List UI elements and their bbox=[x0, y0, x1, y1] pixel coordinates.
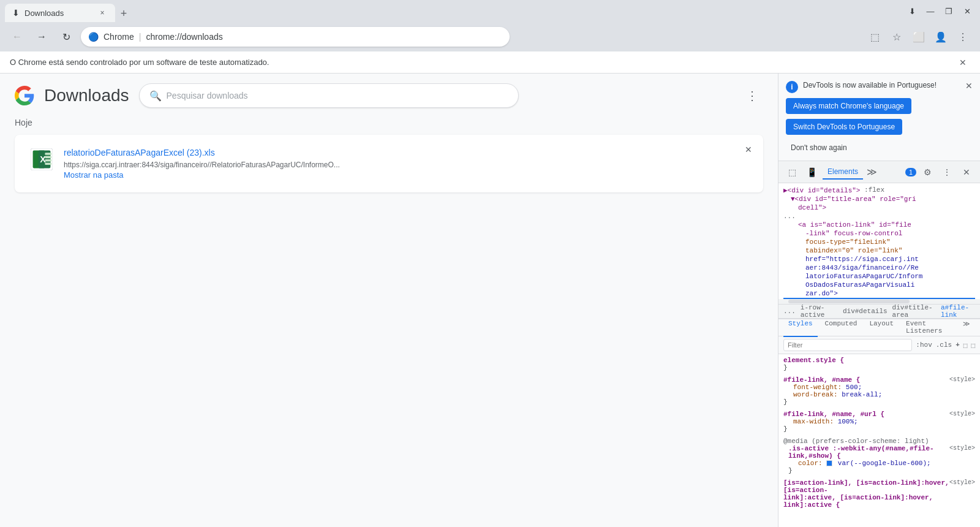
html-line[interactable]: ▼<div id="title-area" role="gri bbox=[783, 195, 975, 203]
css-rule: [is=action-link], [is=action-link]:hover… bbox=[783, 479, 975, 509]
css-selector: [is=action-link], [is=action-link]:hover… bbox=[783, 479, 949, 494]
dont-show-again-button[interactable]: Don't show again bbox=[786, 140, 852, 156]
devtools-elements-panel: ▶<div id="details"> :flex ▼<div id="titl… bbox=[778, 183, 980, 527]
html-line[interactable]: OsDadosFaturasAPagarVisuali bbox=[783, 281, 975, 289]
switch-to-portuguese-button[interactable]: Switch DevTools to Portuguese bbox=[786, 119, 902, 135]
download-filename-link[interactable]: relatorioDeFaturasAPagarExcel (23).xls bbox=[64, 148, 215, 157]
css-rule: #file-link, #name, #url { <style> max-wi… bbox=[783, 411, 975, 433]
html-line[interactable]: tabindex="0" role="link" bbox=[783, 246, 975, 255]
html-line[interactable]: ▶<div id="details"> :flex bbox=[783, 186, 975, 195]
file-icon-container: X bbox=[29, 147, 54, 172]
active-tab[interactable]: ⬇ Downloads × bbox=[5, 4, 115, 22]
css-source[interactable]: <style> bbox=[949, 445, 975, 452]
breadcrumb-item[interactable]: i-row-active bbox=[801, 304, 838, 319]
page-title: Downloads bbox=[44, 86, 129, 105]
breadcrumb-item[interactable]: div#details bbox=[843, 308, 888, 315]
devtools-html-content[interactable]: ▶<div id="details"> :flex ▼<div id="titl… bbox=[778, 183, 980, 299]
css-selector: .is-active :-webkit-any(#name,#file- bbox=[788, 445, 934, 452]
forward-button[interactable]: → bbox=[32, 27, 51, 47]
devtools-tabs: Elements ≫ bbox=[823, 164, 903, 180]
css-source[interactable]: <style> bbox=[949, 376, 975, 384]
html-line[interactable]: ... bbox=[783, 212, 975, 221]
devtools-settings-button[interactable]: ⚙ bbox=[919, 164, 936, 181]
close-button[interactable]: ✕ bbox=[959, 3, 975, 19]
styles-tabs: Styles Computed Layout Event Listeners ≫ bbox=[783, 319, 975, 337]
devtools-notification-text: DevTools is now available in Portuguese! bbox=[803, 81, 960, 89]
devtools-badge: 1 bbox=[905, 168, 916, 176]
address-separator: | bbox=[139, 32, 141, 42]
breadcrumb-item[interactable]: ... bbox=[783, 308, 796, 315]
html-line[interactable]: <a is="action-link" id="file bbox=[783, 221, 975, 229]
hov-filter-btn[interactable]: :hov bbox=[916, 341, 932, 349]
new-tab-button[interactable]: + bbox=[115, 5, 132, 22]
tab-close-button[interactable]: × bbox=[97, 7, 108, 18]
html-line[interactable]: latorioFaturasAPagarUC/Inform bbox=[783, 272, 975, 281]
tab-styles[interactable]: Styles bbox=[783, 319, 818, 337]
html-line[interactable]: zar.do"> bbox=[783, 289, 975, 298]
tab-more-styles[interactable]: ≫ bbox=[958, 319, 975, 337]
cast-button[interactable]: ⬚ bbox=[865, 27, 884, 47]
maximize-button[interactable]: ❐ bbox=[941, 3, 957, 19]
search-input[interactable] bbox=[167, 91, 508, 100]
devtools-styles-panel: Styles Computed Layout Event Listeners ≫… bbox=[778, 319, 980, 527]
devtools-horizontal-scrollbar[interactable] bbox=[778, 299, 980, 304]
svg-rect-5 bbox=[45, 156, 51, 159]
css-source[interactable]: <style> bbox=[949, 479, 975, 494]
scrollbar-thumb[interactable] bbox=[788, 300, 909, 303]
split-screen-button[interactable]: ⬜ bbox=[909, 27, 929, 47]
excel-icon: X bbox=[31, 148, 53, 170]
profile-button[interactable]: 👤 bbox=[931, 27, 951, 47]
devtools-info-icon: i bbox=[786, 81, 798, 93]
devtools-more-button[interactable]: ⋮ bbox=[938, 164, 956, 181]
element-style-btn[interactable]: ⬚ bbox=[971, 341, 975, 349]
tab-layout[interactable]: Layout bbox=[864, 319, 899, 337]
site-security-icon: 🔵 bbox=[88, 32, 99, 42]
html-line[interactable]: dcell"> bbox=[783, 203, 975, 212]
css-media-query: @media (prefers-color-scheme: light) bbox=[783, 438, 929, 445]
devtools-toolbar: ⬚ 📱 Elements ≫ 1 ⚙ ⋮ ✕ bbox=[778, 161, 980, 183]
window-list-button[interactable]: ⬇ bbox=[904, 3, 920, 19]
devtools-notification-close[interactable]: ✕ bbox=[965, 81, 973, 91]
styles-filter-input[interactable] bbox=[783, 339, 912, 351]
address-bar[interactable]: 🔵 Chrome | chrome://downloads bbox=[81, 27, 510, 47]
chrome-label: Chrome bbox=[104, 32, 134, 42]
css-selector: link]:active, [is=action-link]:hover, bbox=[783, 494, 933, 501]
minimize-button[interactable]: — bbox=[922, 3, 938, 19]
color-swatch[interactable] bbox=[826, 460, 832, 466]
search-icon: 🔍 bbox=[149, 90, 162, 102]
download-details: relatorioDeFaturasAPagarExcel (23).xls h… bbox=[64, 147, 748, 180]
bookmark-button[interactable]: ☆ bbox=[887, 27, 907, 47]
html-line[interactable]: href="https://siga.ccarj.int bbox=[783, 255, 975, 264]
css-rule: @media (prefers-color-scheme: light) .is… bbox=[783, 438, 975, 474]
tab-elements[interactable]: Elements bbox=[823, 165, 863, 180]
css-property: font-weight: 500; bbox=[783, 384, 975, 391]
devtools-close-button[interactable]: ✕ bbox=[958, 164, 975, 181]
html-line[interactable]: aer:8443/siga/financeiro//Re bbox=[783, 264, 975, 272]
always-match-language-button[interactable]: Always match Chrome's language bbox=[786, 98, 911, 114]
breadcrumb-item[interactable]: div#title-area bbox=[892, 304, 936, 319]
extension-button[interactable]: ⋮ bbox=[953, 27, 973, 47]
inspect-element-button[interactable]: ⬚ bbox=[783, 164, 801, 181]
cls-filter-btn[interactable]: .cls bbox=[936, 341, 952, 349]
tab-computed[interactable]: Computed bbox=[820, 319, 862, 337]
html-line[interactable]: focus-type="fileLink" bbox=[783, 238, 975, 246]
download-close-button[interactable]: ✕ bbox=[741, 142, 756, 157]
tab-event-listeners[interactable]: Event Listeners bbox=[901, 319, 956, 337]
search-bar[interactable]: 🔍 bbox=[139, 83, 519, 108]
reload-button[interactable]: ↻ bbox=[56, 27, 76, 47]
devtools-breadcrumb: ... i-row-active div#details div#title-a… bbox=[778, 304, 980, 319]
html-line[interactable]: -link" focus-row-control bbox=[783, 229, 975, 238]
add-style-btn[interactable]: + bbox=[956, 341, 960, 349]
device-toggle-button[interactable]: 📱 bbox=[803, 164, 820, 181]
devtools-styles-content: element.style { } #file-link, #name { <s… bbox=[778, 354, 980, 516]
info-bar-message: O Chrome está sendo controlado por um so… bbox=[10, 58, 269, 67]
css-source[interactable]: <style> bbox=[949, 411, 975, 418]
css-selector: #file-link, #name { bbox=[783, 376, 860, 384]
more-options-button[interactable]: ⋮ bbox=[741, 85, 763, 107]
devtools-more-tabs[interactable]: ≫ bbox=[864, 164, 880, 180]
back-button[interactable]: ← bbox=[7, 27, 27, 47]
copy-style-btn[interactable]: ⬚ bbox=[963, 341, 968, 349]
breadcrumb-item-active[interactable]: a#file-link bbox=[941, 304, 975, 319]
show-in-folder-link[interactable]: Mostrar na pasta bbox=[64, 170, 124, 180]
info-bar-close-button[interactable]: ✕ bbox=[956, 55, 970, 70]
